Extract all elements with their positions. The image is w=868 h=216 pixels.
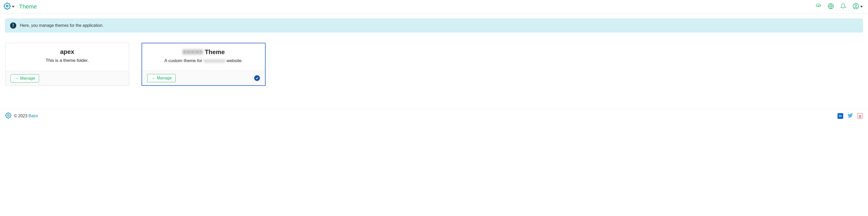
arrow-right-icon: → [14,76,19,81]
logo-dropdown[interactable] [4,3,14,11]
theme-card-apex: apex This is a theme folder. → Manage [5,43,129,86]
twitter-icon[interactable] [847,113,853,119]
footer-right: in m [838,113,863,119]
theme-cards-row: apex This is a theme folder. → Manage XX… [5,43,863,86]
caret-down-icon [12,4,14,9]
card-description: A custom theme for xxxxxxxxxx website. [148,58,259,63]
header-right [815,3,863,10]
manage-button[interactable]: → Manage [147,74,176,82]
manage-button-label: Manage [157,76,172,80]
info-icon: ! [10,23,16,29]
card-title: apex [11,48,123,56]
user-caret-icon [860,4,863,9]
info-banner-text: Here, you manage themes for the applicat… [20,23,103,28]
header-left: Theme [4,3,37,11]
main-content: ! Here, you manage themes for the applic… [0,13,868,91]
linkedin-icon[interactable]: in [838,113,843,119]
theme-card-selected: XXXXX Theme A custom theme for xxxxxxxxx… [142,43,266,86]
manage-button-label: Manage [20,76,35,81]
page-title: Theme [19,3,37,10]
redacted-text: XXXXX [182,48,203,56]
redacted-text: xxxxxxxxxx [204,58,225,63]
gear-logo-icon [4,3,11,11]
svg-point-5 [7,115,9,116]
app-header: Theme [0,0,868,13]
info-banner: ! Here, you manage themes for the applic… [5,19,863,33]
card-footer: → Manage [142,71,265,85]
footer-logo-icon [5,112,11,119]
card-body: apex This is a theme folder. [5,43,129,71]
footer-copyright: © 2023 Batoi [14,114,38,118]
footer-brand-link[interactable]: Batoi [28,114,38,118]
footer-left: © 2023 Batoi [5,112,38,119]
card-footer: → Manage [5,71,129,85]
globe-icon[interactable] [828,3,834,10]
dashboard-icon[interactable] [815,3,822,10]
bell-icon[interactable] [840,3,846,10]
card-description: This is a theme folder. [11,58,123,63]
selected-check-icon [254,75,260,81]
card-body: XXXXX Theme A custom theme for xxxxxxxxx… [142,43,265,71]
mastodon-icon[interactable]: m [857,113,863,119]
card-title: XXXXX Theme [148,48,259,56]
svg-point-4 [855,4,857,6]
user-avatar-icon [852,3,859,10]
manage-button[interactable]: → Manage [10,74,39,82]
user-menu[interactable] [852,3,863,10]
arrow-right-icon: → [151,76,155,80]
svg-point-1 [818,6,819,6]
page-footer: © 2023 Batoi in m [0,109,868,125]
